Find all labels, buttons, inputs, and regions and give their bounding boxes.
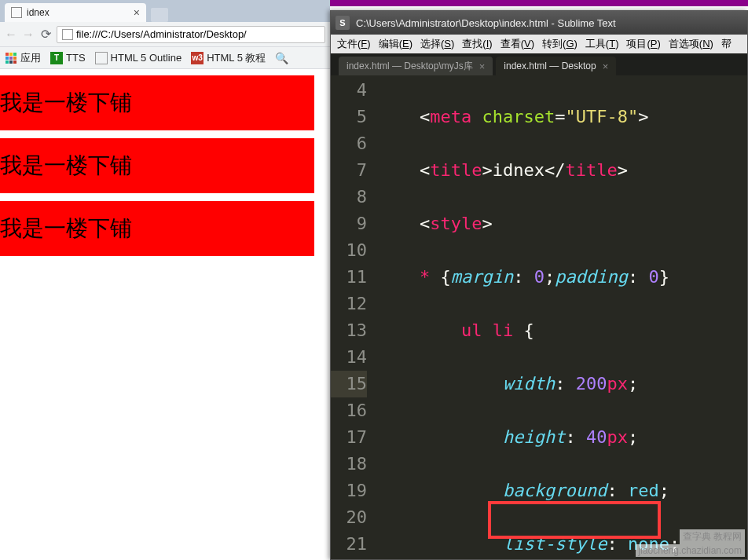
tutorial-label: HTML 5 教程	[207, 51, 266, 65]
code-content[interactable]: <meta charset="UTF-8"> <title>idnex</tit…	[378, 75, 747, 559]
back-icon[interactable]: ←	[5, 27, 17, 42]
sublime-logo-icon: S	[336, 16, 350, 30]
bookmark-search[interactable]: 🔍	[275, 52, 288, 64]
line-gutter: 456789101112131415161718192021	[331, 75, 378, 559]
chrome-window: idnex × ← → ⟳ file:///C:/Users/Administr…	[0, 0, 330, 560]
apps-button[interactable]: 应用	[5, 51, 41, 65]
sublime-window: S C:\Users\Administrator\Desktop\index.h…	[330, 10, 748, 560]
watermark-text: 查字典 教程网	[680, 529, 745, 544]
outline-label: HTML 5 Outline	[111, 52, 182, 64]
tts-icon: T	[50, 52, 63, 64]
editor-tab-1[interactable]: index.html — Desktop\myJs库 ×	[339, 57, 493, 75]
apps-label: 应用	[20, 51, 41, 65]
menu-tools[interactable]: 工具(T)	[582, 37, 622, 51]
file-icon	[62, 29, 73, 40]
sublime-title-text: C:\Users\Administrator\Desktop\index.htm…	[356, 17, 616, 29]
menu-view[interactable]: 查看(V)	[497, 37, 537, 51]
doc-icon	[95, 52, 108, 64]
sublime-menubar: 文件(F) 编辑(E) 选择(S) 查找(I) 查看(V) 转到(G) 工具(T…	[331, 35, 747, 53]
tab-label: index.html — Desktop	[504, 60, 596, 71]
w3-icon: w3	[191, 52, 204, 64]
sublime-tabs: index.html — Desktop\myJs库 × index.html …	[331, 53, 747, 75]
list-item: 我是一楼下铺	[0, 201, 314, 256]
bookmark-outline[interactable]: HTML 5 Outline	[95, 52, 182, 64]
tab-title: idnex	[27, 7, 129, 18]
browser-tab[interactable]: idnex ×	[5, 3, 146, 22]
address-text: file:///C:/Users/Administrator/Desktop/	[76, 28, 247, 40]
menu-goto[interactable]: 转到(G)	[539, 37, 581, 51]
close-icon[interactable]: ×	[479, 60, 486, 72]
watermark-url: jiaocheng.chazidian.com	[636, 544, 745, 557]
list-item: 我是一楼下铺	[0, 75, 314, 130]
editor-tab-2[interactable]: index.html — Desktop ×	[496, 57, 616, 75]
close-tab-icon[interactable]: ×	[134, 6, 140, 19]
tab-label: index.html — Desktop\myJs库	[346, 60, 473, 73]
menu-prefs[interactable]: 首选项(N)	[666, 37, 717, 51]
list-item: 我是一楼下铺	[0, 138, 314, 193]
chrome-tabstrip: idnex ×	[0, 0, 330, 22]
bookmark-tutorial[interactable]: w3 HTML 5 教程	[191, 51, 266, 65]
menu-file[interactable]: 文件(F)	[334, 37, 374, 51]
close-icon[interactable]: ×	[603, 60, 609, 72]
page-icon	[11, 7, 22, 18]
chrome-toolbar: ← → ⟳ file:///C:/Users/Administrator/Des…	[0, 22, 330, 47]
menu-edit[interactable]: 编辑(E)	[376, 37, 416, 51]
editor-area[interactable]: 456789101112131415161718192021 <meta cha…	[331, 75, 747, 559]
reload-icon[interactable]: ⟳	[39, 27, 52, 42]
bookmark-tts[interactable]: T TTS	[50, 52, 86, 64]
menu-find[interactable]: 查找(I)	[459, 37, 495, 51]
new-tab-button[interactable]	[151, 8, 168, 22]
page-content: 我是一楼下铺 我是一楼下铺 我是一楼下铺	[0, 69, 330, 560]
menu-select[interactable]: 选择(S)	[417, 37, 457, 51]
tts-label: TTS	[66, 52, 86, 64]
forward-icon[interactable]: →	[22, 27, 35, 42]
search-icon: 🔍	[275, 52, 288, 64]
menu-project[interactable]: 项目(P)	[623, 37, 663, 51]
sublime-titlebar[interactable]: S C:\Users\Administrator\Desktop\index.h…	[331, 11, 747, 35]
apps-icon	[5, 52, 17, 64]
menu-help[interactable]: 帮	[718, 37, 735, 51]
address-bar[interactable]: file:///C:/Users/Administrator/Desktop/	[57, 26, 325, 43]
bookmarks-bar: 应用 T TTS HTML 5 Outline w3 HTML 5 教程 🔍	[0, 47, 330, 69]
